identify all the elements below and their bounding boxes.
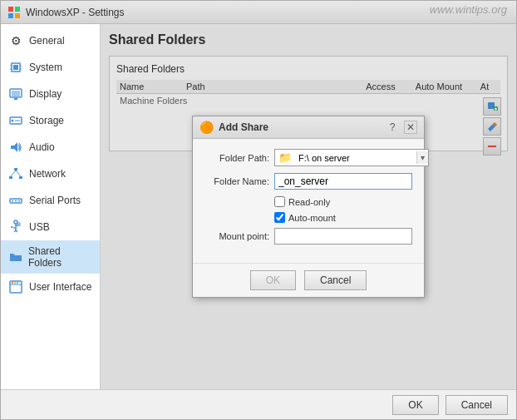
svg-line-32 [14, 230, 16, 232]
folder-path-icon: 📁 [275, 150, 295, 166]
watermark: www.wintips.org [430, 3, 507, 16]
sidebar-item-shared-folders[interactable]: Shared Folders [1, 240, 100, 274]
svg-rect-37 [14, 282, 16, 284]
dialog-body: Folder Path: 📁 ▾ Folder Name: [193, 139, 424, 263]
sidebar: ⚙ General System [1, 24, 101, 389]
sidebar-label-user-interface: User Interface [29, 281, 91, 293]
svg-rect-11 [12, 91, 20, 96]
window-icon [7, 6, 21, 19]
svg-rect-1 [15, 7, 20, 12]
auto-mount-row: Auto-mount [274, 212, 412, 223]
dialog-cancel-button[interactable]: Cancel [304, 270, 367, 290]
read-only-label: Read-only [288, 197, 330, 207]
chip-icon [7, 59, 24, 76]
mount-point-row: Mount point: [204, 228, 412, 245]
read-only-checkbox[interactable] [274, 196, 285, 207]
svg-rect-5 [13, 65, 18, 70]
sidebar-label-shared-folders: Shared Folders [28, 245, 93, 269]
cancel-button[interactable]: Cancel [446, 395, 508, 415]
folder-name-input[interactable] [274, 173, 412, 190]
svg-rect-0 [8, 7, 13, 12]
network-icon [7, 166, 24, 182]
dialog-ok-button[interactable]: OK [250, 270, 296, 290]
audio-icon [7, 139, 24, 156]
content-area: Shared Folders Shared Folders Name Path … [101, 24, 516, 389]
sidebar-item-user-interface[interactable]: User Interface [1, 274, 100, 300]
ui-icon [7, 279, 24, 295]
svg-point-24 [15, 200, 17, 202]
sidebar-item-serial-ports[interactable]: Serial Ports [1, 187, 100, 214]
svg-rect-12 [14, 98, 17, 100]
sidebar-item-storage[interactable]: Storage [1, 107, 100, 134]
dialog-help-button[interactable]: ? [386, 121, 399, 134]
usb-icon [7, 219, 24, 235]
svg-line-33 [16, 230, 17, 232]
dialog-icon: 🟠 [199, 121, 214, 134]
svg-point-25 [18, 200, 20, 202]
dialog-footer: OK Cancel [193, 263, 424, 297]
dialog-close-button[interactable]: ✕ [404, 121, 417, 134]
sidebar-label-serial-ports: Serial Ports [29, 195, 81, 206]
sidebar-item-system[interactable]: System [1, 54, 100, 81]
folder-path-label: Folder Path: [204, 153, 269, 163]
dialog-title-text: Add Share [219, 121, 268, 133]
svg-point-14 [12, 120, 14, 122]
svg-point-26 [14, 220, 17, 224]
svg-rect-29 [17, 223, 20, 225]
dialog-title-left: 🟠 Add Share [199, 121, 268, 134]
svg-point-31 [11, 226, 12, 228]
sidebar-label-audio: Audio [29, 141, 55, 153]
display-icon [7, 86, 24, 102]
folder-name-row: Folder Name: [204, 173, 412, 190]
svg-rect-36 [12, 282, 13, 284]
svg-rect-17 [14, 168, 17, 170]
sidebar-label-display: Display [29, 88, 62, 100]
sidebar-label-storage: Storage [29, 115, 64, 126]
folder-path-dropdown[interactable]: ▾ [416, 151, 428, 164]
dialog-title-bar: 🟠 Add Share ? ✕ [193, 116, 424, 139]
sidebar-item-general[interactable]: ⚙ General [1, 27, 100, 54]
sidebar-label-network: Network [29, 168, 66, 180]
sidebar-label-general: General [29, 35, 65, 47]
sidebar-item-audio[interactable]: Audio [1, 134, 100, 161]
svg-rect-2 [8, 13, 13, 18]
gear-icon: ⚙ [7, 32, 24, 49]
sidebar-item-network[interactable]: Network [1, 161, 100, 187]
main-content: ⚙ General System [1, 24, 516, 389]
title-bar-text: WindowsXP - Settings [26, 7, 125, 18]
folder-path-row: Folder Path: 📁 ▾ [204, 149, 412, 166]
sidebar-item-display[interactable]: Display [1, 81, 100, 107]
auto-mount-checkbox[interactable] [274, 212, 285, 223]
ok-button[interactable]: OK [392, 395, 438, 415]
folder-path-input[interactable] [295, 151, 416, 165]
serial-icon [7, 192, 24, 209]
read-only-row: Read-only [274, 196, 412, 207]
svg-rect-19 [19, 176, 22, 179]
window-footer: OK Cancel [1, 389, 516, 419]
auto-mount-label: Auto-mount [288, 213, 336, 223]
svg-line-20 [11, 170, 16, 176]
svg-rect-38 [17, 282, 18, 284]
settings-window: WindowsXP - Settings www.wintips.org ⚙ G… [0, 0, 517, 420]
folder-path-input-group: 📁 ▾ [274, 149, 429, 166]
title-bar: WindowsXP - Settings www.wintips.org [1, 1, 516, 24]
svg-rect-3 [15, 13, 20, 18]
dialog-title-buttons: ? ✕ [386, 121, 417, 134]
svg-marker-16 [11, 142, 17, 152]
folder-name-label: Folder Name: [204, 176, 269, 186]
sidebar-label-usb: USB [29, 221, 50, 233]
folder-icon [7, 249, 23, 265]
add-share-dialog: 🟠 Add Share ? ✕ Folder Path: [192, 116, 425, 298]
svg-rect-18 [9, 176, 12, 179]
storage-icon [7, 112, 24, 129]
svg-line-21 [16, 170, 21, 176]
modal-overlay: 🟠 Add Share ? ✕ Folder Path: [101, 24, 516, 389]
mount-point-input[interactable] [274, 228, 412, 245]
sidebar-item-usb[interactable]: USB [1, 214, 100, 240]
mount-point-label: Mount point: [204, 231, 269, 241]
svg-point-23 [12, 200, 13, 202]
sidebar-label-system: System [29, 62, 62, 73]
